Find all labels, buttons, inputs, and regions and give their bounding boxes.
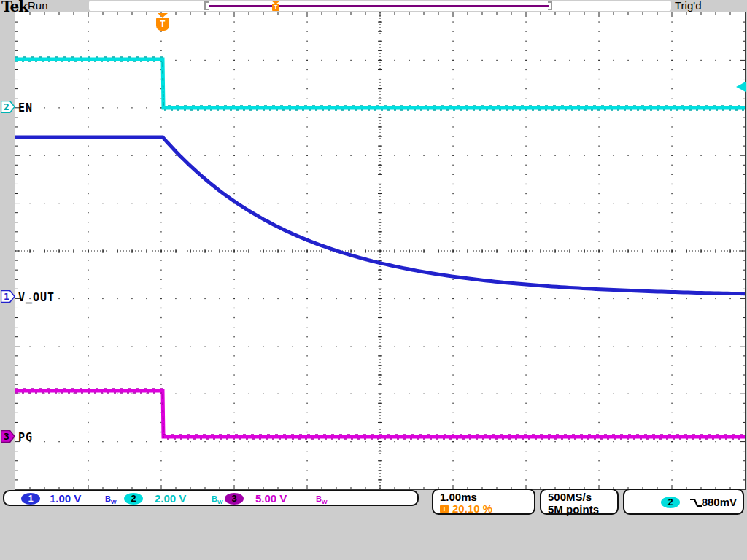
trace-label-pg: PG [18, 431, 33, 444]
channel-2-badge[interactable]: 2 [124, 493, 143, 505]
channel-3-position-marker[interactable]: 3 [1, 430, 15, 443]
channel-1-badge[interactable]: 1 [21, 493, 40, 505]
channel-2-position-marker[interactable]: 2 [1, 101, 15, 113]
record-length: 5M points [548, 503, 617, 516]
channel-1-position-marker[interactable]: 1 [1, 290, 15, 303]
channel-number: 3 [4, 430, 9, 443]
trigger-position-marker[interactable]: T [152, 12, 174, 44]
trigger-level-arrow-icon[interactable] [736, 82, 746, 92]
horizontal-readout[interactable]: 1.00ms T 20.10 % [432, 489, 535, 515]
channel-3-scale: 5.00 V [255, 492, 287, 505]
trigger-t-icon: T [272, 4, 279, 11]
trigger-level-value: 880mV [702, 496, 737, 509]
timebase-value: 1.00ms [440, 491, 534, 503]
trigger-position-record-icon[interactable]: T [271, 1, 281, 11]
channel-3-badge[interactable]: 3 [225, 493, 244, 505]
acquisition-readout[interactable]: 500MS/s 5M points [540, 489, 619, 515]
bandwidth-limit-icon: BW [212, 493, 223, 508]
channel-scale-readout[interactable]: 1 1.00 V BW 2 2.00 V BW 3 5.00 V BW [3, 490, 419, 506]
top-status-bar: Tek Run T Trig'd [0, 0, 747, 12]
record-waveform-line [209, 5, 549, 7]
scope-traces-svg [15, 12, 745, 489]
trigger-t-icon: T [440, 505, 449, 513]
acquisition-status: Run [28, 0, 48, 12]
bandwidth-limit-icon: BW [316, 493, 328, 508]
sample-rate: 500MS/s [548, 491, 617, 503]
trigger-t-icon: T [156, 18, 169, 31]
record-view-bar[interactable]: T [89, 1, 671, 11]
trigger-state-label: Trig'd [675, 0, 701, 12]
trigger-position-percent: 20.10 % [452, 503, 492, 515]
trigger-readout[interactable]: 2 880mV [623, 489, 744, 515]
channel-2-scale: 2.00 V [155, 492, 186, 505]
trigger-source-badge: 2 [661, 497, 680, 508]
trace-label-vout: V_OUT [18, 291, 55, 304]
waveform-display: EN V_OUT PG T [15, 12, 746, 490]
channel-number: 1 [4, 290, 9, 303]
trace-label-en: EN [18, 101, 33, 114]
bandwidth-limit-icon: BW [105, 493, 117, 508]
channel-1-scale: 1.00 V [50, 492, 81, 505]
channel-number: 2 [4, 101, 9, 113]
